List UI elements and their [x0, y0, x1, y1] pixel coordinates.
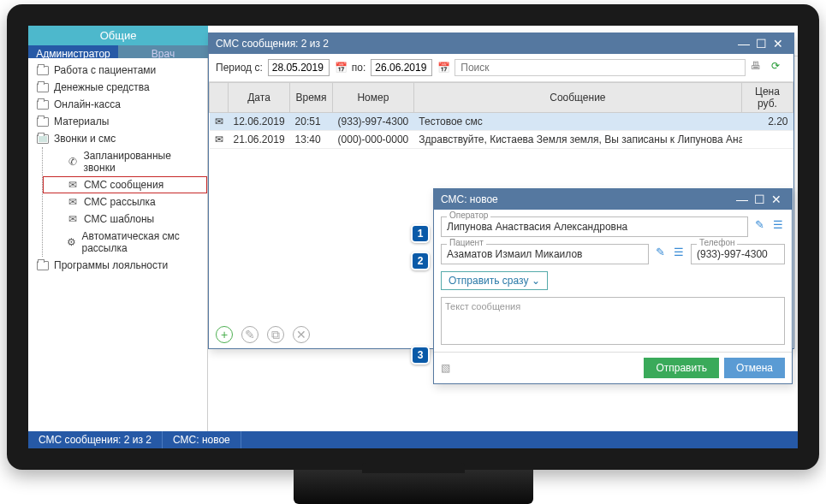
- phone-field[interactable]: Телефон (933)-997-4300: [691, 244, 785, 264]
- sidebar-item-kassa[interactable]: Онлайн-касса: [28, 96, 207, 113]
- gear-icon: ⚙: [67, 236, 77, 248]
- new-sms-window: СМС: новое — ☐ ✕ Оператор Липунова Анаст…: [433, 188, 793, 384]
- edit-icon[interactable]: ✎: [654, 244, 667, 264]
- sms-table: Дата Время Номер Сообщение Цена руб. ✉ 1…: [209, 82, 793, 149]
- tab-general[interactable]: Общие: [28, 26, 208, 45]
- status-segment[interactable]: СМС сообщения: 2 из 2: [28, 431, 163, 448]
- minimize-icon[interactable]: —: [735, 37, 752, 50]
- col-price[interactable]: Цена руб.: [742, 83, 793, 113]
- date-from-input[interactable]: [268, 59, 330, 76]
- sidebar-item-loyalty[interactable]: Программы лояльности: [28, 257, 207, 274]
- col-number[interactable]: Номер: [333, 83, 414, 113]
- envelope-icon: ✉: [67, 213, 79, 225]
- patient-field[interactable]: Пациент Азаматов Измаил Микаилов: [441, 244, 649, 264]
- close-icon[interactable]: ✕: [768, 193, 785, 206]
- cancel-button[interactable]: Отмена: [724, 358, 785, 378]
- copy-button[interactable]: ⧉: [267, 326, 284, 343]
- close-icon[interactable]: ✕: [770, 37, 787, 50]
- col-date[interactable]: Дата: [229, 83, 290, 113]
- period-from-label: Период с:: [216, 62, 263, 74]
- date-to-input[interactable]: [371, 59, 432, 76]
- sidebar-item-planned-calls[interactable]: ✆Запланированные звонки: [43, 147, 207, 176]
- table-row[interactable]: ✉ 21.06.2019 13:40 (000)-000-0000 Здравс…: [210, 131, 793, 149]
- envelope-icon: ✉: [210, 113, 229, 131]
- chevron-down-icon: ⌄: [532, 275, 540, 287]
- folder-icon: [37, 66, 49, 75]
- status-bar: СМС сообщения: 2 из 2 СМС: новое: [28, 431, 798, 448]
- print-icon[interactable]: 🖶: [751, 60, 766, 75]
- sidebar-item-sms-messages[interactable]: ✉СМС сообщения: [43, 176, 207, 193]
- sidebar-item-money[interactable]: Денежные средства: [28, 79, 207, 96]
- attachment-icon[interactable]: ▧: [441, 362, 450, 374]
- sidebar-item-auto-sms[interactable]: ⚙Автоматическая смс рассылка: [43, 228, 207, 257]
- list-icon[interactable]: ☰: [771, 216, 785, 237]
- new-sms-title: СМС: новое: [441, 193, 498, 205]
- folder-icon: [37, 100, 49, 110]
- callout-1: 1: [411, 224, 430, 243]
- envelope-icon: ✉: [67, 196, 79, 208]
- sidebar-item-sms-templates[interactable]: ✉СМС шаблоны: [43, 210, 207, 228]
- sms-window-title: СМС сообщения: 2 из 2: [216, 38, 329, 50]
- folder-icon: [37, 117, 49, 127]
- send-button[interactable]: Отправить: [644, 358, 719, 378]
- envelope-icon: ✉: [210, 131, 229, 149]
- folder-icon: [37, 83, 49, 92]
- search-input[interactable]: [455, 59, 746, 76]
- delete-button[interactable]: ✕: [293, 326, 310, 343]
- col-message[interactable]: Сообщение: [413, 83, 741, 113]
- phone-icon: ✆: [67, 156, 79, 168]
- edit-icon[interactable]: ✎: [753, 216, 766, 237]
- sidebar-item-patients[interactable]: Работа с пациентами: [28, 62, 207, 79]
- operator-field: Оператор Липунова Анаствасия Александров…: [441, 216, 748, 237]
- envelope-icon: ✉: [67, 179, 79, 191]
- callout-2: 2: [411, 252, 430, 270]
- send-mode-select[interactable]: Отправить сразу ⌄: [441, 271, 548, 290]
- folder-open-icon: [37, 134, 49, 144]
- period-to-label: по:: [352, 62, 366, 74]
- refresh-icon[interactable]: ⟳: [771, 60, 787, 75]
- maximize-icon[interactable]: ☐: [751, 193, 768, 206]
- list-icon[interactable]: ☰: [672, 244, 686, 264]
- status-segment[interactable]: СМС: новое: [163, 431, 241, 448]
- sidebar-item-materials[interactable]: Материалы: [28, 113, 207, 130]
- edit-button[interactable]: ✎: [241, 326, 258, 343]
- table-row[interactable]: ✉ 12.06.2019 20:51 (933)-997-4300 Тестов…: [210, 113, 793, 131]
- sidebar-item-sms-mailing[interactable]: ✉СМС рассылка: [43, 193, 207, 210]
- message-textarea[interactable]: Текст сообщения: [441, 297, 785, 345]
- minimize-icon[interactable]: —: [734, 193, 751, 206]
- col-time[interactable]: Время: [290, 83, 333, 113]
- add-button[interactable]: +: [216, 326, 233, 343]
- calendar-icon[interactable]: 📅: [335, 62, 347, 74]
- folder-icon: [37, 261, 49, 270]
- callout-3: 3: [411, 346, 430, 365]
- calendar-icon[interactable]: 📅: [437, 62, 449, 74]
- maximize-icon[interactable]: ☐: [752, 37, 770, 50]
- sidebar-item-calls-sms[interactable]: Звонки и смс: [28, 130, 207, 147]
